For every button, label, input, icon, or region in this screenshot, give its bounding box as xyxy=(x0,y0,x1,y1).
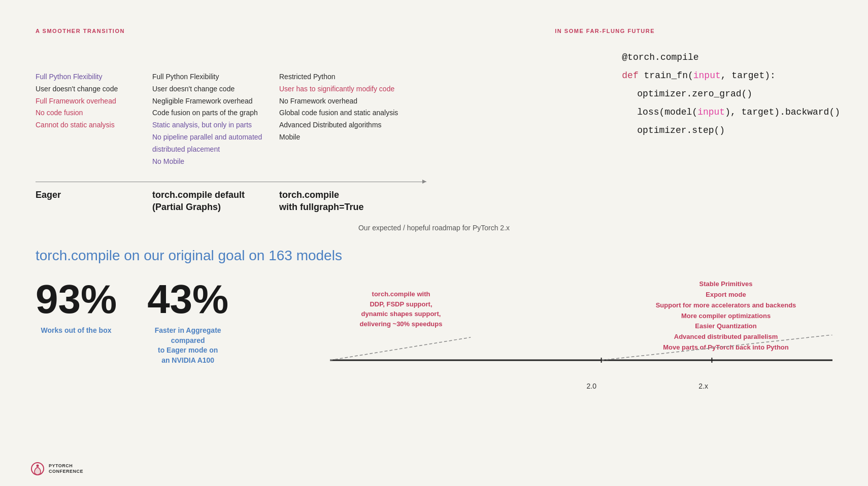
phase-20-block: torch.compile with DDP, FSDP support, dy… xyxy=(330,289,472,329)
compile-full-feature-5: Advanced Distributed algorithms xyxy=(279,119,406,131)
compile-default-feature-5: Static analysis, but only in parts xyxy=(152,119,279,131)
roadmap-note: Our expected / hopeful roadmap for PyTor… xyxy=(358,219,510,237)
eager-feature-3: Full Framework overhead xyxy=(36,95,152,108)
roadmap-area: torch.compile with DDP, FSDP support, dy… xyxy=(330,279,832,391)
eager-features: Full Python Flexibility User doesn't cha… xyxy=(36,71,152,131)
compile-full-feature-2: User has to significantly modify code xyxy=(279,83,406,95)
svg-line-2 xyxy=(602,335,832,360)
compile-full-feature-6: Mobile xyxy=(279,131,406,144)
timeline-container: torch.compile with DDP, FSDP support, dy… xyxy=(330,279,832,391)
compile-default-feature-4: Code fusion on parts of the graph xyxy=(152,107,279,119)
divider-line xyxy=(36,182,426,182)
bottom-section: torch.compile on our original goal on 16… xyxy=(0,232,868,391)
stat-43-number: 43% xyxy=(147,279,228,320)
stat-93-label: Works out of the box xyxy=(36,326,117,336)
stat-43: 43% Faster in Aggregate comparedto Eager… xyxy=(147,279,228,365)
divider-row xyxy=(0,172,868,182)
timeline-labels: 2.0 2.x xyxy=(330,381,832,391)
label-2x: 2.x xyxy=(698,382,708,390)
stat-93-number: 93% xyxy=(36,279,117,320)
bottom-title: torch.compile on our original goal on 16… xyxy=(36,248,832,264)
eager-feature-2: User doesn't change code xyxy=(36,83,152,95)
code-line-2: def train_fn(input, target): xyxy=(622,66,840,85)
pytorch-logo-icon xyxy=(30,462,45,476)
footer-logo: PYTORCH CONFERENCE xyxy=(30,462,83,476)
compile-default-feature-2: User doesn't change code xyxy=(152,83,279,95)
compile-default-feature-8: No Mobile xyxy=(152,156,279,168)
compile-default-column: Full Python Flexibility User doesn't cha… xyxy=(152,71,279,167)
code-line-5: optimizer.step() xyxy=(622,121,840,140)
code-line-1: @torch.compile xyxy=(622,48,840,66)
stats-roadmap: 93% Works out of the box 43% Faster in A… xyxy=(36,279,832,391)
label-20: 2.0 xyxy=(587,382,596,390)
stat-43-label: Faster in Aggregate comparedto Eager mod… xyxy=(147,326,228,365)
compile-full-header: torch.compile with fullgraph=True xyxy=(279,189,406,213)
page: A SMOOTHER TRANSITION IN SOME FAR-FLUNG … xyxy=(0,0,868,486)
eager-header: Eager xyxy=(36,189,152,213)
svg-line-1 xyxy=(330,337,471,360)
compile-full-feature-4: Global code fusion and static analysis xyxy=(279,107,406,119)
timeline-svg xyxy=(330,335,832,370)
compile-full-feature-1: Restricted Python xyxy=(279,71,406,83)
compile-default-feature-6: No pipeline parallel and automated xyxy=(152,131,279,144)
top-section: A SMOOTHER TRANSITION IN SOME FAR-FLUNG … xyxy=(0,0,868,167)
column-headers: Eager torch.compile default (Partial Gra… xyxy=(0,182,868,213)
compile-default-feature-1: Full Python Flexibility xyxy=(152,71,279,83)
compile-full-feature-3: No Framework overhead xyxy=(279,95,406,108)
compile-full-features: Restricted Python User has to significan… xyxy=(279,71,406,144)
eager-feature-5: Cannot do static analysis xyxy=(36,119,152,131)
eager-feature-4: No code fusion xyxy=(36,107,152,119)
section-label: A SMOOTHER TRANSITION xyxy=(36,28,125,34)
logo-text: PYTORCH CONFERENCE xyxy=(49,463,83,474)
eager-feature-1: Full Python Flexibility xyxy=(36,71,152,83)
roadmap-note-area: Our expected / hopeful roadmap for PyTor… xyxy=(0,223,868,232)
code-block: @torch.compile def train_fn(input, targe… xyxy=(622,48,840,140)
code-line-3: optimizer.zero_grad() xyxy=(622,85,840,103)
compile-default-features: Full Python Flexibility User doesn't cha… xyxy=(152,71,279,167)
stats-area: 93% Works out of the box 43% Faster in A… xyxy=(36,279,330,365)
eager-column: Full Python Flexibility User doesn't cha… xyxy=(36,71,152,167)
svg-point-6 xyxy=(37,465,39,467)
code-line-4: loss(model(input), target).backward() xyxy=(622,103,840,121)
compile-default-header: torch.compile default (Partial Graphs) xyxy=(152,189,279,213)
compile-default-feature-7: distributed placement xyxy=(152,144,279,156)
compile-default-feature-3: Negligible Framework overhead xyxy=(152,95,279,108)
future-label: IN SOME FAR-FLUNG FUTURE xyxy=(555,28,655,34)
stat-93: 93% Works out of the box xyxy=(36,279,117,336)
compile-full-column: Restricted Python User has to significan… xyxy=(279,71,406,167)
